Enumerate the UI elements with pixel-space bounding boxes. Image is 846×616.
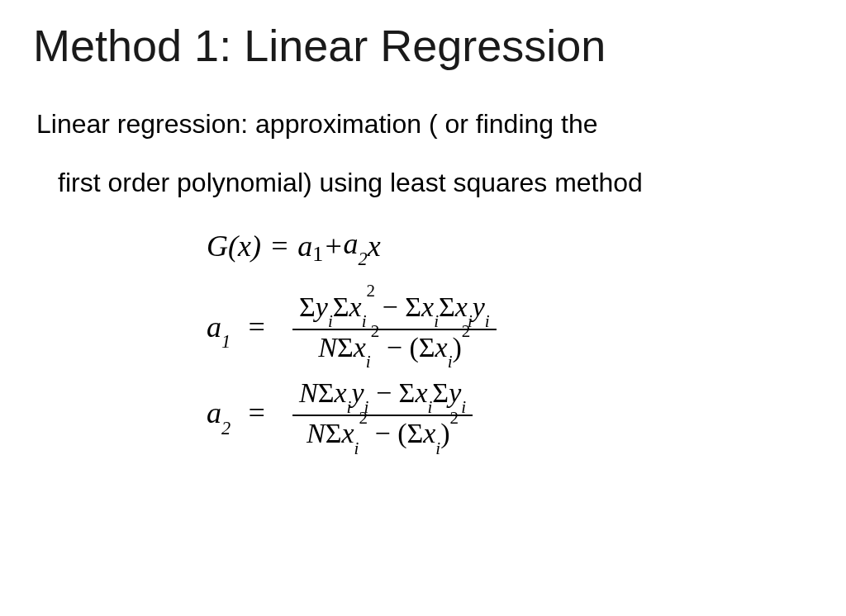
a2-var: a <box>344 227 359 260</box>
slide-title: Method 1: Linear Regression <box>33 20 813 71</box>
a2-lhs-var: a <box>207 396 221 429</box>
a2-sub: 2 <box>359 249 368 269</box>
equation-a1: a1 = ΣyiΣxi2 − ΣxiΣxiyi NΣxi2 − (Σxi)2 <box>207 290 813 370</box>
a1-lhs-var: a <box>207 310 221 344</box>
a2-fraction: NΣxiyi − ΣxiΣyi NΣxi2 − (Σxi)2 <box>292 376 473 455</box>
a1-equals: = <box>246 310 266 344</box>
a1-lhs-sub: 1 <box>221 331 231 352</box>
model-x: x <box>368 230 381 263</box>
a1-lhs: a1 = <box>207 311 283 348</box>
a2-lhs-sub: 2 <box>221 418 231 438</box>
equals-sign: = <box>269 230 289 263</box>
model-a1: a1 <box>297 230 323 263</box>
plus-sign: + <box>323 230 343 263</box>
a2-denominator: NΣxi2 − (Σxi)2 <box>300 416 465 455</box>
equation-model: G(x) = a1 + a2 x <box>207 228 813 265</box>
slide: Method 1: Linear Regression Linear regre… <box>0 0 846 616</box>
a2-lhs: a2 = <box>207 397 283 434</box>
a1-sub: 1 <box>312 242 323 266</box>
body-line-1: Linear regression: approximation ( or fi… <box>36 109 813 140</box>
body-line-2: first order polynomial) using least squa… <box>58 168 813 198</box>
equation-block: G(x) = a1 + a2 x a1 = ΣyiΣxi2 − ΣxiΣxiyi <box>33 228 813 456</box>
model-lhs: G(x) <box>207 230 261 263</box>
a1-var: a <box>297 230 312 263</box>
model-a2: a2 <box>344 228 368 265</box>
a1-fraction: ΣyiΣxi2 − ΣxiΣxiyi NΣxi2 − (Σxi)2 <box>292 290 497 370</box>
a1-denominator: NΣxi2 − (Σxi)2 <box>311 330 477 369</box>
a2-equals: = <box>246 396 266 429</box>
a2-numerator: NΣxiyi − ΣxiΣyi <box>292 376 473 415</box>
equation-a2: a2 = NΣxiyi − ΣxiΣyi NΣxi2 − (Σxi)2 <box>207 376 813 455</box>
